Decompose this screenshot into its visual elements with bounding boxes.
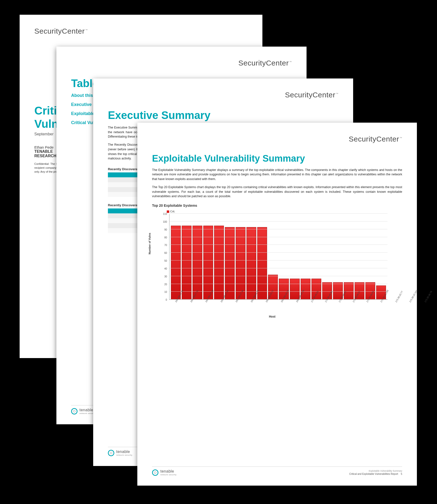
report-page-exploitable-summary: SecurityCenter™ Exploitable Vulnerabilit…	[137, 123, 417, 486]
exec-summary-title: Executive Summary	[108, 109, 338, 122]
tenable-ring-icon	[152, 469, 158, 476]
footer-brand-tag: network security	[160, 474, 177, 476]
chart-area: Number of Vulns 010203040506070809010011…	[154, 214, 390, 317]
chart-bar	[246, 227, 256, 299]
trademark: ™	[85, 29, 88, 31]
brand-logo: SecurityCenter™	[108, 91, 338, 99]
ytick: 90	[164, 228, 167, 231]
tenable-logo: tenablenetwork security	[108, 450, 132, 456]
chart-bars	[169, 214, 387, 299]
footer-right: Exploitable Vulnerability Summary Critic…	[349, 470, 402, 475]
chart-xlabels: 192.168.27.30192.168.27.31192.168.27.321…	[169, 300, 387, 317]
ytick: 50	[164, 259, 167, 262]
footer-page-number: 5	[401, 473, 402, 475]
exploitable-summary-para: The Top 20 Exploitable Systems chart dis…	[152, 185, 402, 199]
chart-ylabel: Number of Vulns	[148, 233, 151, 255]
chart-bar	[225, 227, 235, 299]
legend-swatch-icon	[167, 210, 169, 213]
ytick: 10	[164, 291, 167, 293]
xtick-label: 172.26.48.78	[424, 291, 437, 310]
ytick: 110	[163, 213, 167, 215]
brand-logo: SecurityCenter™	[152, 135, 402, 143]
ytick: 60	[164, 252, 167, 254]
ytick: 100	[163, 220, 167, 223]
exploitable-summary-para: The Exploitable Vulnerability Summary ch…	[152, 168, 402, 181]
chart-xlabel: Host	[154, 315, 390, 318]
brand-name: SecurityCenter	[34, 27, 85, 35]
tenable-logo: tenablenetwork security	[152, 469, 177, 476]
ytick: 40	[164, 267, 167, 270]
tenable-ring-icon	[71, 408, 77, 414]
brand-name: SecurityCenter	[238, 59, 289, 67]
ytick: 0	[166, 298, 167, 301]
legend-label: Crit.	[170, 210, 175, 213]
trademark: ™	[400, 137, 402, 139]
ytick: 30	[164, 275, 167, 278]
ytick: 80	[164, 236, 167, 239]
chart-plot	[169, 214, 387, 300]
footer-brand-name: tenable	[160, 469, 174, 473]
brand-name: SecurityCenter	[285, 91, 335, 99]
ytick: 20	[164, 283, 167, 285]
footer-brand-name: tenable	[79, 408, 93, 412]
tenable-ring-icon	[108, 450, 114, 456]
trademark: ™	[336, 92, 339, 95]
chart-yaxis: Number of Vulns 010203040506070809010011…	[154, 214, 168, 300]
ytick: 70	[164, 244, 167, 246]
chart-bar	[257, 227, 267, 299]
exploitable-summary-title: Exploitable Vulnerability Summary	[152, 153, 402, 164]
chart-bar	[236, 227, 245, 299]
brand-name: SecurityCenter	[349, 135, 399, 143]
chart-title: Top 20 Exploitable Systems	[152, 204, 402, 207]
footer-report-name: Critical and Exploitable Vulnerabilities…	[349, 473, 398, 475]
trademark: ™	[289, 61, 292, 63]
brand-logo: SecurityCenter™	[34, 27, 248, 35]
footer-brand-name: tenable	[116, 450, 130, 454]
footer-brand-tag: network security	[116, 454, 132, 456]
chart-legend: Crit.	[167, 210, 402, 213]
tenable-logo: tenablenetwork security	[71, 408, 96, 414]
brand-logo: SecurityCenter™	[71, 59, 292, 67]
top20-chart: Top 20 Exploitable Systems Crit. Number …	[152, 204, 402, 317]
page-footer: tenablenetwork security Exploitable Vuln…	[152, 466, 402, 476]
footer-section: Exploitable Vulnerability Summary	[349, 470, 402, 472]
